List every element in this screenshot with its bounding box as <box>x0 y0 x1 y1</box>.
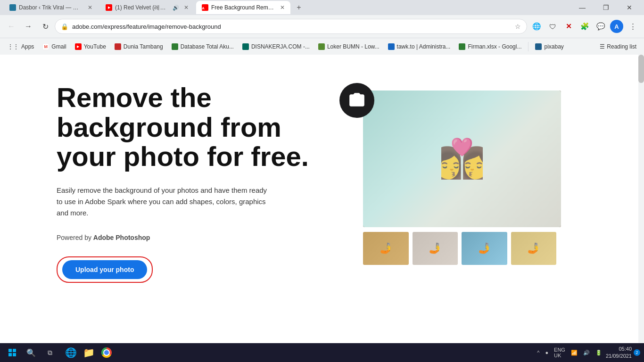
youtube-favicon: ▶ <box>75 43 82 50</box>
restore-button[interactable]: ❐ <box>595 0 617 15</box>
bookmark-loker[interactable]: Loker BUMN - Low... <box>314 41 383 52</box>
bookmark-disnakerja[interactable]: DISNAKERJA.COM -... <box>239 41 314 52</box>
tab-adobe[interactable]: A Free Background Remover: Onlin... ✕ <box>196 1 290 14</box>
profile-button[interactable]: A <box>609 19 624 34</box>
tab-close-youtube[interactable]: ✕ <box>184 4 189 11</box>
tab-audio-icon: 🔊 <box>173 5 179 11</box>
close-button[interactable]: ✕ <box>619 0 640 15</box>
tray-volume-icon[interactable]: 🔊 <box>581 349 592 357</box>
back-button[interactable]: ← <box>4 19 19 34</box>
tray-lang-indicator[interactable]: ENGUK <box>552 346 567 359</box>
clock-date: 21/09/2021 <box>606 353 632 360</box>
upload-button-highlight: Upload your photo <box>57 256 153 283</box>
extension-chat-icon[interactable]: 💬 <box>593 19 608 34</box>
disnakerja-favicon <box>242 43 249 50</box>
main-photo-container <box>363 90 561 227</box>
extension-shield-icon[interactable]: 🛡 <box>545 19 560 34</box>
tray-overflow-button[interactable]: ^ <box>535 349 541 356</box>
reading-list-button[interactable]: ☰ Reading list <box>596 41 640 52</box>
page-content: Remove the background from your photo fo… <box>0 55 644 343</box>
start-button[interactable] <box>4 344 21 361</box>
powered-by-text: Powered by Adobe Photoshop <box>57 234 330 241</box>
main-photo <box>363 90 561 227</box>
minimize-button[interactable]: — <box>571 0 593 15</box>
thumbnail-1[interactable]: 🤳 <box>363 232 409 265</box>
bookmark-database[interactable]: Database Total Aku... <box>168 41 238 52</box>
scroll-track[interactable] <box>638 55 644 343</box>
tab-label-adobe: Free Background Remover: Onlin... <box>211 4 275 11</box>
tray-battery-icon[interactable]: 🔋 <box>594 349 604 357</box>
right-column: 🤳 🤳 🤳 🤳 <box>349 83 556 324</box>
thumbnail-row: 🤳 🤳 🤳 🤳 <box>363 232 556 265</box>
tab-youtube[interactable]: ▶ (1) Red Velvet (레드벨벳) - F... 🔊 ✕ <box>100 1 194 14</box>
pixabay-favicon <box>535 43 542 50</box>
bookmark-database-label: Database Total Aku... <box>181 43 234 50</box>
taskbar-edge-app[interactable]: 🌐 <box>62 344 79 361</box>
bookmark-separator <box>528 42 528 51</box>
bookmark-tawk[interactable]: tawk.to | Administra... <box>384 41 454 52</box>
tab-close-wordpress[interactable]: ✕ <box>88 4 92 11</box>
thumbnail-3[interactable]: 🤳 <box>462 232 507 265</box>
bookmark-firman[interactable]: Firman.xlsx - Googl... <box>455 41 525 52</box>
chrome-icon <box>101 347 112 358</box>
tawk-favicon <box>388 43 395 50</box>
forward-button[interactable]: → <box>21 19 36 34</box>
bookmark-apps[interactable]: ⋮⋮ Apps <box>4 41 38 52</box>
bookmark-star-icon[interactable]: ☆ <box>515 23 521 30</box>
taskbar-clock[interactable]: 05:40 21/09/2021 <box>606 346 632 360</box>
profile-avatar: A <box>610 20 623 33</box>
extension-x-icon[interactable]: ✕ <box>561 19 576 34</box>
camera-icon <box>348 91 366 109</box>
address-input-wrap[interactable]: 🔒 adobe.com/express/feature/image/remove… <box>55 19 527 34</box>
bookmark-gmail[interactable]: M Gmail <box>39 41 70 52</box>
firman-favicon <box>459 43 465 50</box>
new-tab-button[interactable]: + <box>292 1 305 14</box>
bookmark-youtube[interactable]: ▶ YouTube <box>71 41 110 52</box>
scroll-thumb[interactable] <box>638 55 644 83</box>
tab-label-wordpress: Dasbor ‹ Trik Viral — WordPress <box>19 4 83 11</box>
bookmark-pixabay[interactable]: pixabay <box>531 41 567 52</box>
extension-puzzle-icon[interactable]: 🧩 <box>577 19 592 34</box>
address-bar: ← → ↻ 🔒 adobe.com/express/feature/image/… <box>0 15 644 38</box>
more-options-button[interactable]: ⋮ <box>625 19 640 34</box>
bookmark-youtube-label: YouTube <box>84 43 106 50</box>
title-bar-controls: — ❐ ✕ <box>571 0 640 15</box>
notification-badge[interactable]: 2 <box>634 349 640 356</box>
powered-by-label: Powered by <box>57 234 91 241</box>
tray-wifi-icon[interactable]: 📶 <box>569 349 579 357</box>
bookmark-pixabay-label: pixabay <box>544 43 563 50</box>
lock-icon: 🔒 <box>61 23 68 30</box>
tab-favicon-youtube: ▶ <box>106 4 112 11</box>
task-view-button[interactable]: ⧉ <box>41 344 58 361</box>
bookmark-firman-label: Firman.xlsx - Googl... <box>468 43 521 50</box>
bookmark-dunia-tambang-label: Dunia Tambang <box>124 43 163 50</box>
lang-text: ENGUK <box>554 347 565 358</box>
thumbnail-2[interactable]: 🤳 <box>413 232 458 265</box>
camera-icon-circle <box>339 83 374 118</box>
upload-photo-button[interactable]: Upload your photo <box>62 260 147 279</box>
reload-button[interactable]: ↻ <box>38 19 53 34</box>
taskbar-search-button[interactable]: 🔍 <box>23 344 40 361</box>
sub-description: Easily remove the background of your pho… <box>57 185 273 219</box>
dunia-tambang-favicon <box>115 43 121 50</box>
apps-grid-icon: ⋮⋮ <box>8 43 19 50</box>
tray-notification-icon[interactable]: ● <box>543 349 550 356</box>
extension-translate-icon[interactable]: 🌐 <box>529 19 544 34</box>
taskbar-apps: 🌐 📁 <box>62 344 115 361</box>
clock-time: 05:40 <box>606 346 632 353</box>
bookmark-dunia-tambang[interactable]: Dunia Tambang <box>111 41 167 52</box>
thumbnail-4[interactable]: 🤳 <box>511 232 557 265</box>
bookmarks-bar: ⋮⋮ Apps M Gmail ▶ YouTube Dunia Tambang … <box>0 38 644 55</box>
windows-logo <box>8 349 16 356</box>
reading-list-label: Reading list <box>607 43 636 50</box>
taskbar: 🔍 ⧉ 🌐 📁 ^ ● ENGUK 📶 🔊 🔋 05:40 21/09/2021… <box>0 343 644 362</box>
tab-wordpress[interactable]: Dasbor ‹ Trik Viral — WordPress ✕ <box>4 1 98 14</box>
address-text: adobe.com/express/feature/image/remove-b… <box>72 23 511 30</box>
taskbar-chrome-app[interactable] <box>98 344 115 361</box>
main-heading: Remove the background from your photo fo… <box>57 83 330 172</box>
left-column: Remove the background from your photo fo… <box>57 83 330 324</box>
taskbar-files-app[interactable]: 📁 <box>80 344 97 361</box>
database-favicon <box>172 43 178 50</box>
tab-close-adobe[interactable]: ✕ <box>280 4 285 11</box>
tab-label-youtube: (1) Red Velvet (레드벨벳) - F... <box>115 4 170 12</box>
